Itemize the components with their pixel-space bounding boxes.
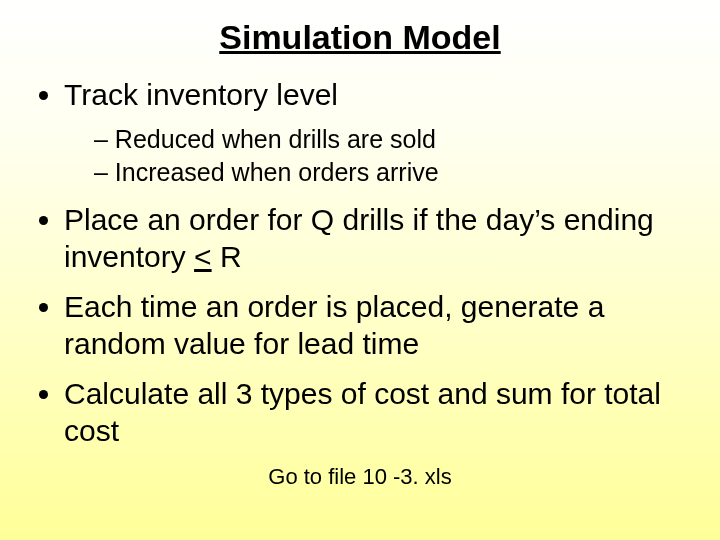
footer-note: Go to file 10 -3. xls xyxy=(30,464,690,490)
sub-bullet-reduced: Reduced when drills are sold xyxy=(94,124,690,155)
bullet-random-lead-time: Each time an order is placed, generate a… xyxy=(64,289,690,362)
bullet-text-post: R xyxy=(212,240,242,273)
bullet-calculate-cost: Calculate all 3 types of cost and sum fo… xyxy=(64,376,690,449)
slide: Simulation Model Track inventory level R… xyxy=(0,0,720,540)
bullet-place-order: Place an order for Q drills if the day’s… xyxy=(64,202,690,275)
bullet-text-pre: Place an order for Q drills if the day’s… xyxy=(64,203,654,273)
bullet-text: Track inventory level xyxy=(64,78,338,111)
bullet-track-inventory: Track inventory level Reduced when drill… xyxy=(64,77,690,188)
sub-bullet-increased: Increased when orders arrive xyxy=(94,157,690,188)
sub-bullet-list: Reduced when drills are sold Increased w… xyxy=(64,124,690,189)
bullet-list: Track inventory level Reduced when drill… xyxy=(30,77,690,450)
slide-title: Simulation Model xyxy=(30,18,690,57)
le-symbol: < xyxy=(194,240,212,273)
